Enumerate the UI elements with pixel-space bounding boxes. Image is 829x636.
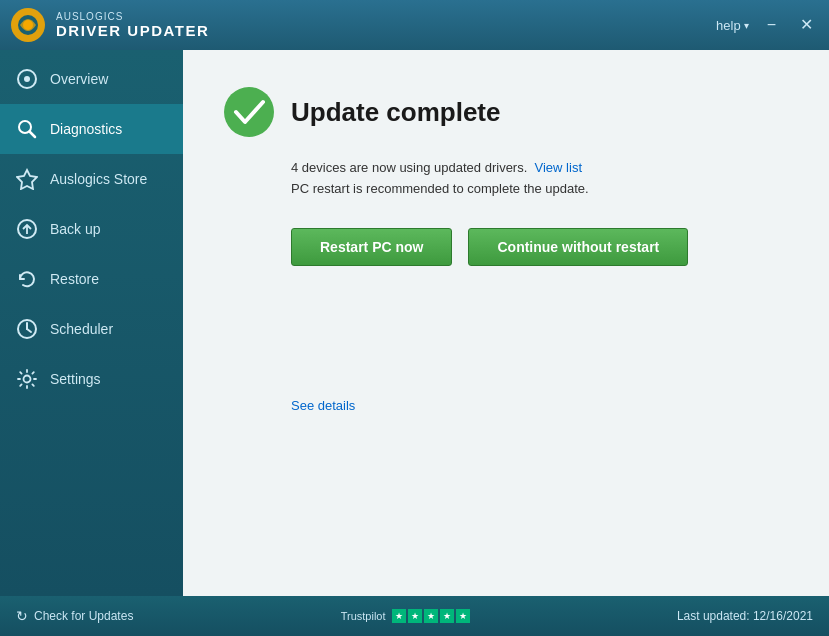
desc-line1: 4 devices are now using updated drivers.… xyxy=(291,158,789,179)
svg-point-4 xyxy=(24,76,30,82)
content-area: Update complete 4 devices are now using … xyxy=(183,50,829,596)
restart-pc-button[interactable]: Restart PC now xyxy=(291,228,452,266)
sidebar-item-store[interactable]: Auslogics Store xyxy=(0,154,183,204)
restore-icon xyxy=(16,268,38,290)
star-3: ★ xyxy=(424,609,438,623)
app-name-small: Auslogics xyxy=(56,11,209,22)
continue-without-restart-button[interactable]: Continue without restart xyxy=(468,228,688,266)
trustpilot-stars: ★ ★ ★ ★ ★ xyxy=(392,609,470,623)
update-description: 4 devices are now using updated drivers.… xyxy=(291,158,789,200)
svg-point-14 xyxy=(224,87,274,137)
title-bar-left: Auslogics DRIVER UPDATER xyxy=(10,7,209,43)
refresh-icon: ↻ xyxy=(16,608,28,624)
content-inner: Update complete 4 devices are now using … xyxy=(183,50,829,596)
sidebar-item-settings[interactable]: Settings xyxy=(0,354,183,404)
see-details-link[interactable]: See details xyxy=(291,398,355,413)
close-button[interactable]: ✕ xyxy=(794,15,819,35)
sidebar-item-overview[interactable]: Overview xyxy=(0,54,183,104)
trustpilot-label: Trustpilot xyxy=(341,610,386,622)
diagnostics-icon xyxy=(16,118,38,140)
sidebar-item-diagnostics[interactable]: Diagnostics xyxy=(0,104,183,154)
star-1: ★ xyxy=(392,609,406,623)
svg-line-6 xyxy=(30,132,36,138)
star-4: ★ xyxy=(440,609,454,623)
main-layout: Overview Diagnostics Auslogics Store Bac… xyxy=(0,50,829,596)
scheduler-icon xyxy=(16,318,38,340)
backup-icon xyxy=(16,218,38,240)
svg-point-13 xyxy=(24,376,31,383)
update-header: Update complete xyxy=(223,86,789,138)
store-icon xyxy=(16,168,38,190)
trustpilot-section: Trustpilot ★ ★ ★ ★ ★ xyxy=(341,609,470,623)
star-5: ★ xyxy=(456,609,470,623)
sidebar-item-scheduler[interactable]: Scheduler xyxy=(0,304,183,354)
check-updates-button[interactable]: ↻ Check for Updates xyxy=(16,608,133,624)
title-bar: Auslogics DRIVER UPDATER help − ✕ xyxy=(0,0,829,50)
update-title: Update complete xyxy=(291,97,501,128)
sidebar-item-restore[interactable]: Restore xyxy=(0,254,183,304)
success-check-icon xyxy=(223,86,275,138)
last-updated: Last updated: 12/16/2021 xyxy=(677,609,813,623)
action-buttons: Restart PC now Continue without restart xyxy=(291,228,789,266)
svg-point-2 xyxy=(23,20,33,30)
svg-line-12 xyxy=(27,329,31,332)
minimize-button[interactable]: − xyxy=(761,15,782,35)
overview-icon xyxy=(16,68,38,90)
desc-line2: PC restart is recommended to complete th… xyxy=(291,179,789,200)
view-list-link[interactable]: View list xyxy=(535,160,582,175)
sidebar-item-backup[interactable]: Back up xyxy=(0,204,183,254)
title-bar-controls: help − ✕ xyxy=(716,15,819,35)
sidebar: Overview Diagnostics Auslogics Store Bac… xyxy=(0,50,183,596)
app-title-block: Auslogics DRIVER UPDATER xyxy=(56,11,209,39)
footer: ↻ Check for Updates Trustpilot ★ ★ ★ ★ ★… xyxy=(0,596,829,636)
app-name-big: DRIVER UPDATER xyxy=(56,22,209,39)
star-2: ★ xyxy=(408,609,422,623)
see-details-section: See details xyxy=(291,396,789,414)
settings-icon xyxy=(16,368,38,390)
svg-marker-7 xyxy=(17,170,37,189)
app-logo xyxy=(10,7,46,43)
help-button[interactable]: help xyxy=(716,18,749,33)
